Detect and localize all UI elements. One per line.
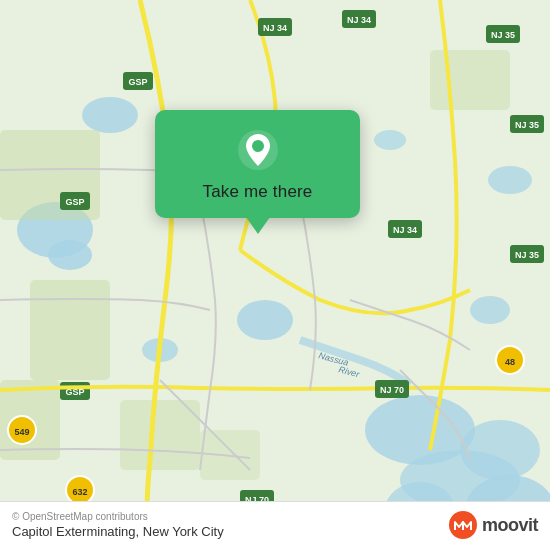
svg-rect-16 <box>120 400 200 470</box>
map-container: GSP GSP GSP NJ 34 NJ 34 NJ 34 NJ 35 NJ 3… <box>0 0 550 550</box>
svg-text:NJ 35: NJ 35 <box>515 120 539 130</box>
svg-text:River: River <box>337 364 361 379</box>
svg-point-2 <box>82 97 138 133</box>
svg-text:632: 632 <box>72 487 87 497</box>
svg-text:NJ 70: NJ 70 <box>380 385 404 395</box>
svg-point-11 <box>488 166 532 194</box>
location-pin-icon <box>236 128 280 172</box>
svg-text:NJ 34: NJ 34 <box>347 15 371 25</box>
svg-text:NJ 35: NJ 35 <box>491 30 515 40</box>
take-me-there-button[interactable]: Take me there <box>203 182 313 202</box>
map-svg: GSP GSP GSP NJ 34 NJ 34 NJ 34 NJ 35 NJ 3… <box>0 0 550 550</box>
svg-point-1 <box>48 240 92 270</box>
svg-point-10 <box>470 296 510 324</box>
svg-text:NJ 34: NJ 34 <box>263 23 287 33</box>
svg-point-12 <box>374 130 406 150</box>
svg-text:NJ 34: NJ 34 <box>393 225 417 235</box>
svg-rect-17 <box>430 50 510 110</box>
svg-text:GSP: GSP <box>65 197 84 207</box>
copyright-text: © OpenStreetMap contributors <box>12 511 224 522</box>
svg-text:NJ 35: NJ 35 <box>515 250 539 260</box>
svg-rect-14 <box>30 280 110 380</box>
svg-text:GSP: GSP <box>128 77 147 87</box>
moovit-text: moovit <box>482 515 538 536</box>
place-name: Capitol Exterminating, New York City <box>12 524 224 539</box>
bottom-left-info: © OpenStreetMap contributors Capitol Ext… <box>12 511 224 539</box>
moovit-icon <box>448 510 478 540</box>
svg-point-51 <box>252 140 264 152</box>
svg-point-3 <box>237 300 293 340</box>
svg-text:48: 48 <box>505 357 515 367</box>
bottom-bar: © OpenStreetMap contributors Capitol Ext… <box>0 501 550 550</box>
moovit-logo: moovit <box>448 510 538 540</box>
location-popup: Take me there <box>155 110 360 218</box>
svg-text:549: 549 <box>14 427 29 437</box>
